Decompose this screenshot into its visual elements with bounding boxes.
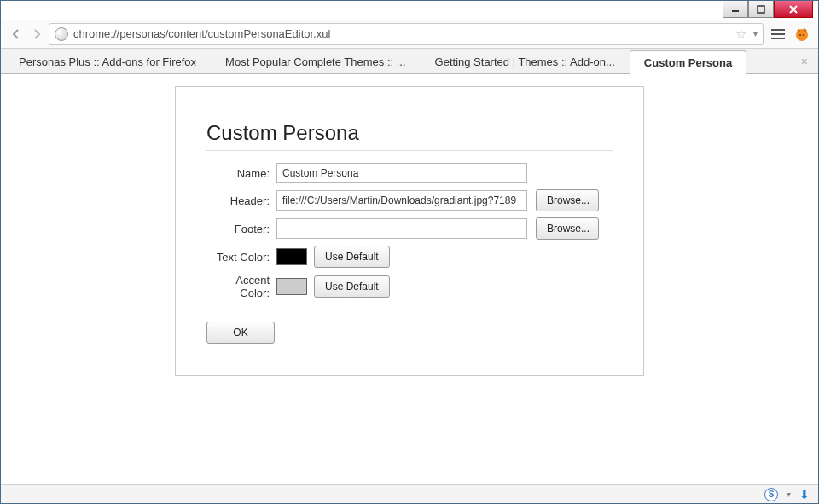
label-footer: Footer: [206,223,276,235]
row-header: Header: Browse... [206,189,613,211]
use-default-text-color-button[interactable]: Use Default [314,246,390,268]
url-bar[interactable]: chrome://personas/content/customPersonaE… [49,23,764,45]
svg-point-6 [803,34,804,36]
use-default-accent-color-button[interactable]: Use Default [314,275,390,298]
svg-point-5 [799,34,801,36]
sync-status-icon[interactable]: S [764,488,778,501]
label-header: Header: [206,194,276,207]
download-indicator-icon[interactable]: ⬇ [799,488,810,501]
text-color-swatch[interactable] [276,248,307,265]
name-input[interactable] [276,163,527,183]
custom-persona-panel: Custom Persona Name: Header: Browse... F… [175,86,644,376]
bookmark-star-icon[interactable]: ☆ [735,26,746,42]
label-name: Name: [206,167,276,180]
content-area: Custom Persona Name: Header: Browse... F… [1,74,818,484]
footer-input[interactable] [276,218,527,239]
row-accent-color: Accent Color: Use Default [206,274,613,299]
browse-header-button[interactable]: Browse... [536,189,599,211]
status-dropdown-icon[interactable]: ▾ [787,490,791,499]
ok-button[interactable]: OK [206,322,275,344]
minimize-button[interactable] [723,1,748,18]
tab-close-icon[interactable]: × [801,55,808,68]
forward-button[interactable] [28,26,45,43]
tab-custom-persona[interactable]: Custom Persona [630,50,746,74]
status-bar: S ▾ ⬇ [1,484,818,503]
row-footer: Footer: Browse... [206,217,613,240]
row-ok: OK [206,322,613,344]
row-text-color: Text Color: Use Default [206,246,613,268]
browse-footer-button[interactable]: Browse... [536,217,599,240]
hamburger-menu-button[interactable] [767,23,789,45]
back-button[interactable] [8,26,25,43]
urlbar-dropdown-icon[interactable]: ▾ [753,29,758,38]
accent-color-swatch[interactable] [276,278,307,295]
close-button[interactable] [774,1,813,18]
url-text[interactable]: chrome://personas/content/customPersonaE… [73,27,730,40]
row-name: Name: [206,163,613,183]
tab-strip: Personas Plus :: Add-ons for Firefox Mos… [1,49,818,74]
window-controls [723,1,813,18]
site-identity-icon [55,27,68,41]
label-accent-color: Accent Color: [206,274,276,299]
maximize-button[interactable] [748,1,774,18]
tab-popular-themes[interactable]: Most Popular Complete Themes :: ... [211,49,420,73]
label-text-color: Text Color: [206,251,276,264]
nav-toolbar: chrome://personas/content/customPersonaE… [1,20,818,49]
tab-personas-addons[interactable]: Personas Plus :: Add-ons for Firefox [4,49,211,73]
svg-rect-1 [758,6,764,13]
header-input[interactable] [276,190,527,211]
panel-title: Custom Persona [206,121,613,151]
tab-getting-started[interactable]: Getting Started | Themes :: Add-on... [421,49,630,73]
personas-fox-icon[interactable] [793,25,811,43]
